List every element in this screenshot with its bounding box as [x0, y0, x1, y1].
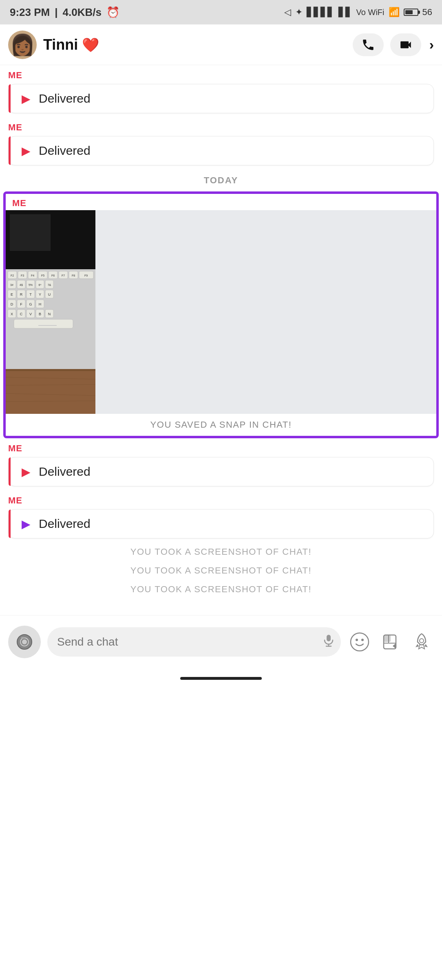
status-time-network: 9:23 PM | 4.0KB/s ⏰ — [10, 6, 119, 19]
rocket-icon — [411, 632, 432, 652]
message-bubble-5: ▶ Delivered — [8, 509, 434, 538]
message-row-5[interactable]: ▶ Delivered — [0, 508, 442, 543]
snap-arrow-icon-4: ▶ — [22, 465, 31, 479]
home-bar — [0, 668, 442, 688]
mic-icon — [322, 634, 335, 647]
rocket-button[interactable] — [409, 630, 434, 654]
location-icon: ◁ — [284, 7, 291, 18]
screenshot-notice-3: YOU TOOK A SCREENSHOT OF CHAT! — [0, 580, 442, 599]
status-bar: 9:23 PM | 4.0KB/s ⏰ ◁ ✦ ▋▋▋▋ ▋▋ Vo WiFi … — [0, 0, 442, 24]
status-time: 9:23 PM — [10, 6, 50, 19]
alarm-icon: ⏰ — [106, 6, 119, 19]
svg-text:C: C — [20, 312, 23, 316]
chat-input-wrapper[interactable] — [47, 627, 341, 657]
snap-image-right — [95, 210, 436, 414]
stickers-button[interactable] — [378, 630, 403, 654]
delivered-text-5: Delivered — [39, 517, 91, 531]
svg-point-73 — [356, 639, 358, 641]
message-bubble-2: ▶ Delivered — [8, 136, 434, 165]
today-separator: TODAY — [0, 169, 442, 191]
svg-point-67 — [22, 639, 27, 644]
bluetooth-icon: ✦ — [295, 7, 303, 18]
battery-icon — [404, 9, 418, 16]
svg-text:E: E — [11, 292, 13, 297]
svg-text:U: U — [48, 292, 51, 297]
snap-me-label: ME — [6, 194, 436, 210]
screenshot-notice-1: YOU TOOK A SCREENSHOT OF CHAT! — [0, 543, 442, 561]
svg-text:Y: Y — [39, 292, 41, 297]
video-button[interactable] — [390, 33, 421, 56]
more-button[interactable]: › — [429, 37, 434, 53]
avatar[interactable]: 👩🏾 — [8, 31, 37, 59]
svg-rect-76 — [384, 635, 391, 642]
svg-rect-58 — [38, 325, 57, 326]
svg-text:N: N — [48, 312, 51, 316]
me-label-5: ME — [0, 490, 442, 508]
svg-text:B: B — [39, 312, 41, 316]
snap-message-block[interactable]: ME F2 F3 F — [3, 191, 439, 438]
saved-snap-label: YOU SAVED A SNAP IN CHAT! — [6, 414, 436, 436]
svg-text:6^: 6^ — [38, 283, 42, 286]
emoji-button[interactable] — [347, 630, 372, 654]
heart-icon: ❤️ — [82, 37, 99, 53]
header-actions: › — [353, 33, 434, 56]
battery-percent: 56 — [422, 7, 432, 18]
svg-text:F9: F9 — [84, 274, 88, 277]
message-row-1[interactable]: ▶ Delivered — [0, 82, 442, 117]
svg-text:T: T — [29, 292, 32, 297]
stickers-icon — [380, 632, 401, 652]
svg-point-72 — [351, 633, 369, 651]
svg-text:V: V — [29, 312, 32, 316]
camera-button[interactable] — [8, 626, 41, 658]
emoji-icon — [349, 632, 370, 652]
screenshot-notice-2: YOU TOOK A SCREENSHOT OF CHAT! — [0, 561, 442, 580]
signal-icon: ▋▋▋▋ — [307, 7, 334, 18]
snap-arrow-icon-5: ▶ — [22, 517, 31, 531]
svg-text:5%: 5% — [29, 283, 33, 286]
delivered-text-4: Delivered — [39, 465, 91, 479]
chat-input[interactable] — [47, 627, 341, 657]
svg-text:F4: F4 — [31, 274, 34, 277]
wifi-icon: 📶 — [389, 7, 400, 18]
message-row-2[interactable]: ▶ Delivered — [0, 134, 442, 169]
chat-area: ME ▶ Delivered ME ▶ Delivered TODAY ME — [0, 65, 442, 615]
svg-text:F8: F8 — [72, 274, 75, 277]
home-bar-line — [180, 677, 262, 680]
status-network: | — [55, 6, 57, 19]
svg-text:G: G — [29, 302, 32, 306]
svg-rect-59 — [6, 369, 95, 414]
svg-rect-68 — [21, 637, 24, 639]
svg-text:F3: F3 — [21, 274, 24, 277]
svg-point-74 — [361, 639, 364, 641]
snap-arrow-icon-2: ▶ — [22, 144, 31, 158]
svg-text:D: D — [11, 302, 13, 306]
microphone-button[interactable] — [322, 634, 335, 650]
delivered-text-1: Delivered — [39, 92, 91, 105]
message-row-4[interactable]: ▶ Delivered — [0, 455, 442, 490]
svg-rect-60 — [6, 369, 95, 371]
snap-image-container: F2 F3 F4 F5 F6 F7 F8 F9 — [6, 210, 436, 414]
status-icons: ◁ ✦ ▋▋▋▋ ▋▋ Vo WiFi 📶 56 — [284, 7, 432, 18]
svg-text:3#: 3# — [10, 283, 13, 286]
svg-text:F5: F5 — [41, 274, 44, 277]
snap-keyboard-image: F2 F3 F4 F5 F6 F7 F8 F9 — [6, 210, 95, 414]
svg-rect-57 — [14, 319, 73, 328]
svg-text:R: R — [20, 292, 23, 297]
svg-text:4$: 4$ — [20, 283, 23, 286]
me-label-2: ME — [0, 117, 442, 134]
contact-name: Tinni ❤️ — [43, 36, 353, 53]
svg-text:X: X — [11, 312, 13, 316]
chat-header: 👩🏾 Tinni ❤️ › — [0, 24, 442, 65]
svg-rect-69 — [327, 635, 331, 641]
status-speed: 4.0KB/s — [63, 6, 102, 19]
me-label-4: ME — [0, 438, 442, 455]
svg-text:F7: F7 — [62, 274, 65, 277]
vo-wifi-label: Vo WiFi — [356, 8, 385, 17]
svg-rect-1 — [10, 214, 51, 251]
delivered-text-2: Delivered — [39, 144, 91, 158]
call-button[interactable] — [353, 33, 384, 56]
svg-point-79 — [420, 639, 424, 643]
camera-icon — [15, 633, 33, 651]
message-bubble-1: ▶ Delivered — [8, 84, 434, 113]
svg-text:F2: F2 — [11, 274, 14, 277]
